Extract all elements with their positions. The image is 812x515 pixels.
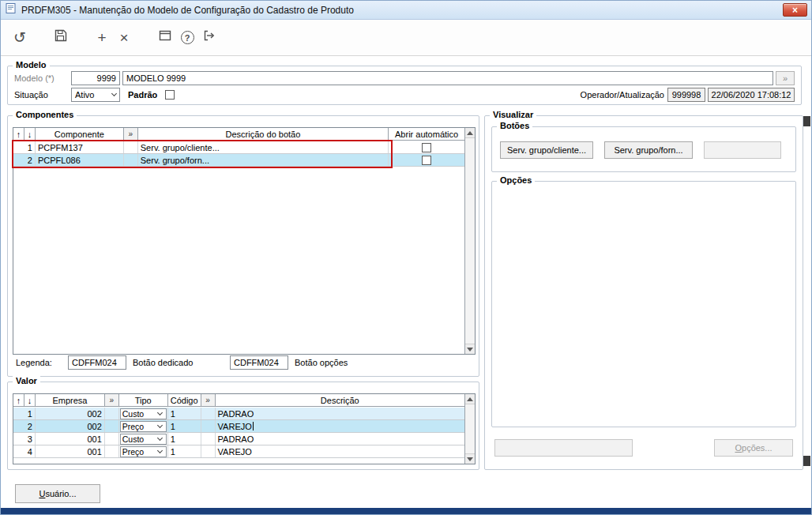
- undo-button[interactable]: ↺: [10, 28, 29, 47]
- titlebar: PRDFM305 - Manutenção do Modelo de Confi…: [1, 1, 811, 20]
- botao-opcoes-field[interactable]: CDFFM024: [230, 355, 288, 370]
- valor-group: Valor ↑ ↓ Empresa » Tipo Código » Descri…: [7, 382, 479, 470]
- exit-icon: [202, 28, 216, 47]
- codigo-cell[interactable]: 1: [168, 408, 201, 419]
- opcoes-button[interactable]: Opções...: [714, 439, 793, 457]
- preview-button-fornecedor[interactable]: Serv. grupo/forn...: [604, 141, 693, 159]
- codigo-cell[interactable]: 1: [168, 433, 201, 445]
- valor-grid: ↑ ↓ Empresa » Tipo Código » Descrição 10…: [13, 393, 476, 464]
- row-number: 2: [13, 420, 36, 432]
- codigo-zoom-column-button[interactable]: »: [201, 394, 216, 406]
- usuario-button[interactable]: Usuário...: [15, 484, 100, 503]
- abrir-automatico-checkbox[interactable]: [422, 143, 431, 152]
- tipo-combobox[interactable]: Preço: [120, 446, 167, 457]
- componente-zoom-column-button[interactable]: »: [124, 128, 138, 140]
- sort-down-icon[interactable]: ↓: [24, 128, 36, 140]
- empresa-zoom-column-button[interactable]: »: [105, 394, 119, 406]
- toolbar: ↺ + × ?: [1, 20, 811, 56]
- descricao-botao-cell[interactable]: Serv. grupo/forn...: [138, 154, 389, 166]
- codigo-zoom-cell: [201, 445, 216, 457]
- empresa-cell[interactable]: 001: [36, 433, 105, 445]
- col-header-descricao-botao[interactable]: Descrição do botão: [138, 128, 389, 140]
- scroll-up-arrow[interactable]: [465, 394, 475, 404]
- visualizar-bottom-row: Opções...: [491, 439, 796, 457]
- modelo-code-field[interactable]: 9999: [71, 71, 120, 85]
- situacao-combobox[interactable]: Ativo: [71, 88, 120, 102]
- componente-zoom-cell: [124, 141, 138, 153]
- modelo-name-field[interactable]: MODELO 9999: [122, 71, 773, 85]
- sort-down-icon[interactable]: ↓: [24, 394, 36, 406]
- descricao-botao-cell[interactable]: Serv. grupo/cliente...: [138, 141, 389, 153]
- abrir-automatico-checkbox[interactable]: [422, 156, 431, 165]
- add-button[interactable]: +: [92, 28, 111, 47]
- codigo-zoom-cell: [201, 420, 216, 432]
- componentes-scrollbar[interactable]: [464, 128, 475, 354]
- descricao-cell[interactable]: VAREJO: [216, 420, 464, 432]
- col-header-codigo[interactable]: Código: [168, 394, 201, 406]
- modelo-group: Modelo Modelo (*) 9999 MODELO 9999 » Sit…: [7, 66, 802, 105]
- componente-cell[interactable]: PCPFM137: [36, 141, 124, 153]
- window-bottom-border: [1, 508, 811, 514]
- empresa-zoom-cell: [105, 433, 119, 445]
- modelo-label: Modelo (*): [14, 73, 71, 83]
- valor-row[interactable]: 2002Preço1VAREJO: [13, 420, 464, 433]
- valor-grid-header: ↑ ↓ Empresa » Tipo Código » Descrição: [13, 394, 464, 407]
- visualizar-group: Visualizar Botões Serv. grupo/cliente...…: [484, 115, 803, 470]
- descricao-cell[interactable]: PADRAO: [216, 408, 464, 419]
- save-button[interactable]: [51, 28, 70, 47]
- legenda-label: Legenda:: [16, 358, 52, 367]
- empresa-zoom-cell: [105, 408, 119, 419]
- codigo-cell[interactable]: 1: [168, 420, 201, 432]
- delete-button[interactable]: ×: [115, 28, 133, 47]
- botao-opcoes-label: Botão opções: [295, 358, 348, 367]
- atualizacao-field: 22/06/2020 17:08:12: [708, 88, 795, 102]
- col-header-descricao[interactable]: Descrição: [216, 394, 464, 406]
- window-title: PRDFM305 - Manutenção do Modelo de Confi…: [21, 5, 354, 16]
- codigo-cell[interactable]: 1: [168, 445, 201, 457]
- valor-row[interactable]: 3001Custo1PADRAO: [13, 433, 464, 445]
- col-header-componente[interactable]: Componente: [36, 128, 124, 140]
- valor-row[interactable]: 1002Custo1PADRAO: [13, 408, 464, 420]
- opcoes-group-legend: Opções: [497, 175, 535, 185]
- visualizar-group-legend: Visualizar: [490, 110, 536, 119]
- preview-blank-bottom-button[interactable]: [494, 439, 633, 457]
- close-button[interactable]: ×: [783, 3, 807, 17]
- exit-button[interactable]: [200, 28, 219, 47]
- help-button[interactable]: ?: [178, 28, 197, 47]
- col-header-abrir-automatico[interactable]: Abrir automático: [389, 128, 464, 140]
- botao-dedicado-field[interactable]: CDFFM024: [68, 355, 126, 370]
- scrollbar-arrow-top[interactable]: [803, 116, 810, 126]
- chevron-down-icon: [108, 88, 119, 101]
- componentes-row[interactable]: 1PCPFM137Serv. grupo/cliente...: [13, 141, 464, 154]
- preview-button-blank[interactable]: [704, 141, 781, 159]
- componente-cell[interactable]: PCPFL086: [36, 154, 124, 166]
- descricao-cell[interactable]: PADRAO: [216, 433, 464, 445]
- empresa-zoom-cell: [105, 445, 119, 457]
- modelo-zoom-button[interactable]: »: [776, 71, 795, 85]
- sort-up-icon[interactable]: ↑: [13, 394, 24, 406]
- preview-button-cliente[interactable]: Serv. grupo/cliente...: [500, 141, 593, 159]
- sort-up-icon[interactable]: ↑: [13, 128, 24, 140]
- scroll-down-arrow[interactable]: [465, 453, 475, 464]
- abrir-automatico-cell: [389, 154, 464, 166]
- valor-row[interactable]: 4001Preço1VAREJO: [13, 445, 464, 458]
- padrao-checkbox[interactable]: [165, 90, 175, 100]
- descricao-cell[interactable]: VAREJO: [216, 445, 464, 457]
- scroll-down-arrow[interactable]: [465, 344, 475, 354]
- tipo-combobox[interactable]: Custo: [120, 434, 167, 445]
- padrao-label: Padrão: [128, 90, 157, 100]
- col-header-tipo[interactable]: Tipo: [119, 394, 168, 406]
- valor-scrollbar[interactable]: [464, 394, 475, 464]
- componentes-row[interactable]: 2PCPFL086Serv. grupo/forn...: [13, 154, 464, 167]
- col-header-empresa[interactable]: Empresa: [36, 394, 105, 406]
- tipo-combobox[interactable]: Custo: [120, 408, 167, 419]
- form-button[interactable]: [156, 28, 175, 47]
- empresa-cell[interactable]: 002: [36, 408, 105, 419]
- empresa-cell[interactable]: 001: [36, 445, 105, 457]
- componentes-grid-header: ↑ ↓ Componente » Descrição do botão Abri…: [13, 128, 464, 141]
- tipo-combobox[interactable]: Preço: [120, 421, 167, 432]
- scrollbar-arrow-bottom[interactable]: [803, 456, 810, 466]
- empresa-cell[interactable]: 002: [36, 420, 105, 432]
- app-window: PRDFM305 - Manutenção do Modelo de Confi…: [0, 0, 812, 515]
- scroll-up-arrow[interactable]: [465, 128, 475, 138]
